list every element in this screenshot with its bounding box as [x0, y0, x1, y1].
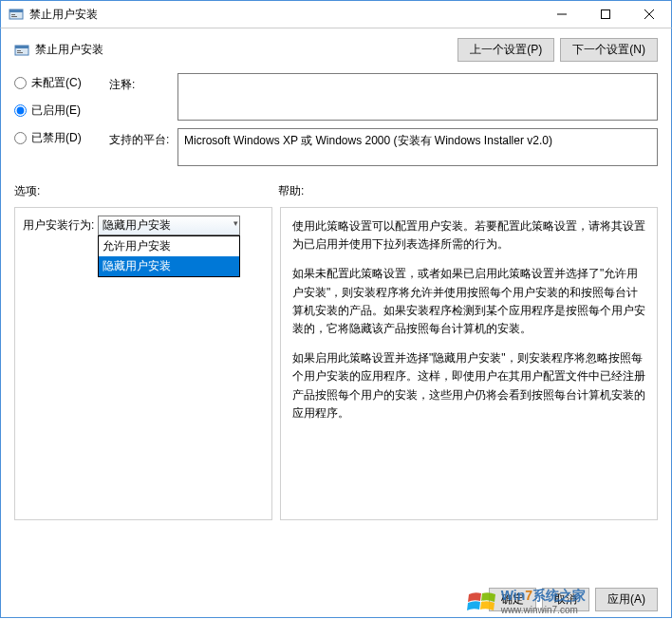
ok-button[interactable]: 确定 — [489, 588, 536, 611]
minimize-button[interactable] — [540, 1, 584, 28]
platform-label: 支持的平台: — [109, 128, 177, 148]
comment-field[interactable] — [177, 73, 658, 121]
next-setting-button[interactable]: 下一个设置(N) — [560, 38, 658, 62]
radio-not-configured-label: 未配置(C) — [31, 75, 82, 91]
apply-button[interactable]: 应用(A) — [595, 588, 658, 611]
maximize-button[interactable] — [584, 1, 627, 28]
radio-enabled-label: 已启用(E) — [31, 103, 81, 119]
config-area: 未配置(C) 已启用(E) 已禁用(D) 注释: 支持的平台: Microsof… — [14, 73, 658, 174]
policy-title: 禁止用户安装 — [35, 42, 457, 58]
radio-disabled[interactable]: 已禁用(D) — [14, 130, 92, 146]
header-row: 禁止用户安装 上一个设置(P) 下一个设置(N) — [14, 38, 658, 62]
svg-rect-11 — [17, 52, 23, 53]
app-icon — [9, 7, 24, 22]
svg-rect-3 — [11, 16, 17, 17]
radio-not-configured-input[interactable] — [14, 77, 27, 89]
combobox-display[interactable]: 隐藏用户安装 ▾ — [98, 216, 240, 235]
chevron-down-icon: ▾ — [233, 218, 238, 228]
help-section-label: 帮助: — [278, 183, 304, 199]
svg-rect-9 — [15, 46, 28, 48]
help-paragraph-3: 如果启用此策略设置并选择"隐藏用户安装"，则安装程序将忽略按照每个用户安装的应用… — [292, 349, 645, 422]
close-button[interactable] — [627, 1, 671, 28]
policy-icon — [14, 43, 29, 58]
behavior-combobox[interactable]: 隐藏用户安装 ▾ 允许用户安装 隐藏用户安装 — [98, 216, 240, 235]
options-section-label: 选项: — [14, 183, 278, 199]
options-panel: 用户安装行为: 隐藏用户安装 ▾ 允许用户安装 隐藏用户安装 — [14, 207, 272, 520]
prev-setting-button[interactable]: 上一个设置(P) — [457, 38, 554, 62]
help-panel: 使用此策略设置可以配置用户安装。若要配置此策略设置，请将其设置为已启用并使用下拉… — [280, 207, 658, 520]
window-controls — [540, 1, 671, 28]
radio-enabled[interactable]: 已启用(E) — [14, 103, 92, 119]
radio-not-configured[interactable]: 未配置(C) — [14, 75, 92, 91]
cancel-button[interactable]: 取消 — [542, 588, 589, 611]
titlebar: 禁止用户安装 — [0, 0, 672, 28]
platform-field: Microsoft Windows XP 或 Windows 2000 (安装有… — [177, 128, 658, 166]
window-title: 禁止用户安装 — [29, 7, 540, 23]
radio-disabled-label: 已禁用(D) — [31, 130, 82, 146]
combobox-value: 隐藏用户安装 — [103, 217, 171, 234]
combobox-dropdown: 允许用户安装 隐藏用户安装 — [98, 235, 240, 277]
content-area: 禁止用户安装 上一个设置(P) 下一个设置(N) 未配置(C) 已启用(E) 已… — [0, 28, 672, 618]
radio-disabled-input[interactable] — [14, 132, 27, 144]
comment-label: 注释: — [109, 73, 177, 93]
svg-rect-5 — [602, 10, 610, 19]
combobox-option-hide[interactable]: 隐藏用户安装 — [99, 256, 239, 276]
behavior-label: 用户安装行为: — [23, 217, 94, 234]
footer-buttons: 确定 取消 应用(A) — [489, 588, 658, 611]
svg-rect-2 — [11, 14, 15, 15]
radio-enabled-input[interactable] — [14, 104, 27, 117]
section-labels: 选项: 帮助: — [14, 183, 658, 199]
combobox-option-allow[interactable]: 允许用户安装 — [99, 236, 239, 256]
help-paragraph-1: 使用此策略设置可以配置用户安装。若要配置此策略设置，请将其设置为已启用并使用下拉… — [292, 217, 645, 253]
lower-area: 用户安装行为: 隐藏用户安装 ▾ 允许用户安装 隐藏用户安装 使用此策略设置可以… — [14, 207, 658, 520]
help-paragraph-2: 如果未配置此策略设置，或者如果已启用此策略设置并选择了"允许用户安装"，则安装程… — [292, 265, 645, 338]
svg-rect-10 — [17, 50, 21, 51]
svg-rect-1 — [9, 9, 23, 12]
state-radios: 未配置(C) 已启用(E) 已禁用(D) — [14, 73, 92, 174]
